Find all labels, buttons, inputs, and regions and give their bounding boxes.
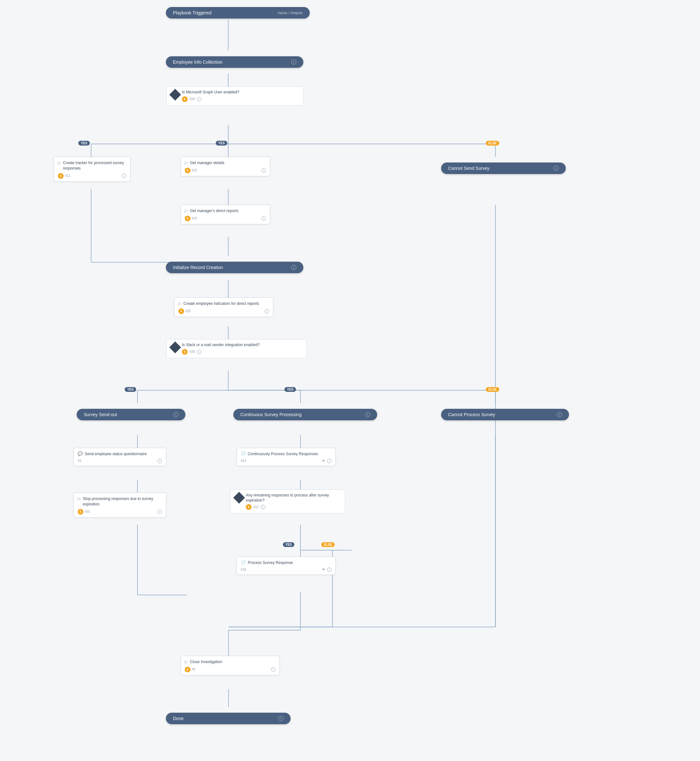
info-circle-close[interactable]: i (271, 667, 275, 672)
lightning-indicators (178, 308, 184, 314)
lightning-icon-ms-graph (182, 96, 188, 102)
create-tracker-card[interactable]: ▷ Create tracker for processed survey re… (54, 157, 130, 182)
process-num: #18 (241, 568, 246, 571)
info-icon-cannot-process[interactable]: i (557, 412, 562, 417)
continuous-survey-node[interactable]: Continuous Survey Processing i (233, 403, 377, 426)
info-icon-sendout[interactable]: i (173, 412, 178, 417)
get-manager-details-title: Get manager details (190, 160, 224, 166)
workflow-canvas: Playbook Triggered Inputs / Outputs Empl… (0, 0, 700, 761)
close-investigation-card[interactable]: ▷ Close Investigation #9 i (181, 656, 280, 675)
diamond-icon-ms-graph (169, 89, 181, 101)
manager-num: #22 (192, 169, 197, 172)
get-direct-reports-card[interactable]: ▷ Get manager's direct reports #23 i (181, 205, 270, 224)
branch-else-ms-graph: ELSE (486, 141, 499, 146)
play-icon-tracker: ▷ (58, 160, 61, 165)
close-num: #9 (192, 668, 195, 671)
info-circle-tracker[interactable]: i (122, 174, 126, 178)
branch-else-slack: ELSE (486, 387, 499, 392)
play-icon-close: ▷ (185, 659, 188, 664)
ms-graph-question: Is Microsoft Graph User enabled? (182, 90, 239, 95)
tracker-num: #11 (65, 174, 70, 177)
branch-yes-continuous: YES (284, 387, 296, 392)
cannot-process-survey-label: Cannot Process Survey (448, 412, 495, 417)
info-circle-direct[interactable]: i (261, 216, 266, 221)
slack-num: #26 (189, 350, 195, 354)
stop-processing-title: Stop processing responses due to survey … (83, 496, 162, 507)
ms-graph-decision-node: Is Microsoft Graph User enabled? #26 i (163, 86, 307, 106)
info-circle-cont[interactable]: i (327, 459, 331, 463)
employee-info-node[interactable]: Employee Info Collection i (166, 50, 303, 74)
continuous-survey-label: Continuous Survey Processing (241, 412, 302, 417)
initialize-record-label: Initialize Record Creation (173, 265, 223, 270)
branch-yes-remaining: YES (283, 542, 294, 547)
get-manager-details-card[interactable]: ▷ Get manager details #22 i (181, 157, 270, 176)
diamond-icon-slack (169, 341, 181, 354)
slack-decision-node: Is Slack or a mail sender integration en… (163, 339, 310, 358)
indicators-num: #25 (185, 309, 191, 313)
send-questionnaire-card[interactable]: 💬 Send employee status questionnaire #3 … (73, 448, 166, 466)
questionnaire-num: #3 (78, 459, 81, 462)
playbook-triggered-label: Playbook Triggered (173, 10, 212, 16)
ms-graph-num: #26 (189, 97, 195, 101)
branch-yes-survey: YES (125, 387, 136, 392)
survey-sendout-node[interactable]: Survey Send-out i (77, 403, 185, 426)
cannot-send-survey-label: Cannot Send Survey (448, 166, 489, 171)
info-icon-initialize[interactable]: i (291, 265, 296, 270)
info-circle-indicators[interactable]: i (265, 309, 269, 313)
info-circle-process[interactable]: i (327, 567, 331, 572)
cannot-send-survey-node[interactable]: Cannot Send Survey i (441, 157, 566, 180)
doc-icon-cont: 📄 (241, 451, 246, 456)
stop-processing-card[interactable]: ▷ Stop processing responses due to surve… (73, 493, 166, 518)
play-icon-stop: ▷ (78, 496, 81, 501)
info-circle-questionnaire[interactable]: i (158, 459, 162, 463)
slack-question: Is Slack or a mail sender integration en… (182, 343, 259, 348)
play-icon-manager: ▷ (185, 160, 188, 165)
direct-num: #23 (192, 216, 197, 220)
lightning-manager (185, 168, 191, 173)
employee-info-label: Employee Info Collection (173, 60, 222, 64)
play-icon-indicators: ▷ (178, 301, 181, 306)
create-tracker-title: Create tracker for processed survey resp… (63, 160, 126, 171)
eye-icon-process: 👁 (321, 567, 326, 572)
info-icon-employee[interactable]: i (291, 60, 296, 64)
lightning-close (185, 667, 191, 672)
survey-sendout-label: Survey Send-out (84, 412, 117, 417)
get-direct-reports-title: Get manager's direct reports (190, 208, 239, 214)
eye-icon-cont: 👁 (321, 459, 326, 463)
info-circle-ms-graph[interactable]: i (197, 97, 202, 102)
cannot-process-survey-node[interactable]: Cannot Process Survey i (441, 403, 569, 426)
lightning-stop (78, 509, 83, 515)
lightning-direct (185, 216, 191, 221)
info-icon-done[interactable]: i (278, 716, 283, 721)
process-survey-card[interactable]: 📄 Process Survey Response #18 👁 i (236, 557, 336, 575)
continuously-process-card[interactable]: 📄 Continuously Process Survey Responses … (236, 448, 336, 466)
info-circle-stop[interactable]: i (158, 510, 162, 514)
branch-yes-middle: YES (216, 141, 227, 146)
lightning-slack (182, 349, 188, 355)
info-circle-remaining[interactable]: i (261, 505, 265, 509)
play-icon-direct: ▷ (185, 208, 188, 213)
branch-else-remaining: ELSE (321, 542, 334, 547)
any-remaining-question: Any remaining responses to process after… (246, 493, 341, 503)
send-questionnaire-title: Send employee status questionnaire (85, 451, 147, 457)
stop-num: #15 (85, 510, 90, 514)
info-circle-manager[interactable]: i (261, 168, 266, 173)
process-survey-title: Process Survey Response (248, 560, 293, 565)
chat-icon-quest: 💬 (78, 451, 83, 456)
continuously-process-title: Continuously Process Survey Responses (248, 451, 318, 457)
info-icon-cannot-send[interactable]: i (554, 166, 559, 171)
done-node[interactable]: Done i (166, 707, 291, 730)
diamond-icon-remaining (233, 492, 245, 504)
lightning-tracker (58, 173, 64, 179)
lightning-remaining (246, 504, 252, 510)
close-investigation-title: Close Investigation (190, 659, 222, 665)
initialize-record-node[interactable]: Initialize Record Creation i (166, 256, 303, 279)
playbook-triggered-node[interactable]: Playbook Triggered Inputs / Outputs (166, 1, 310, 24)
any-remaining-decision-node: Any remaining responses to process after… (227, 489, 348, 514)
connector-lines (0, 0, 700, 761)
create-indicators-card[interactable]: ▷ Create employee indicators for direct … (174, 298, 273, 317)
info-icon-continuous[interactable]: i (365, 412, 370, 417)
doc-icon-process: 📄 (241, 560, 246, 565)
info-circle-slack[interactable]: i (197, 350, 202, 354)
branch-yes-left: YES (78, 141, 90, 146)
